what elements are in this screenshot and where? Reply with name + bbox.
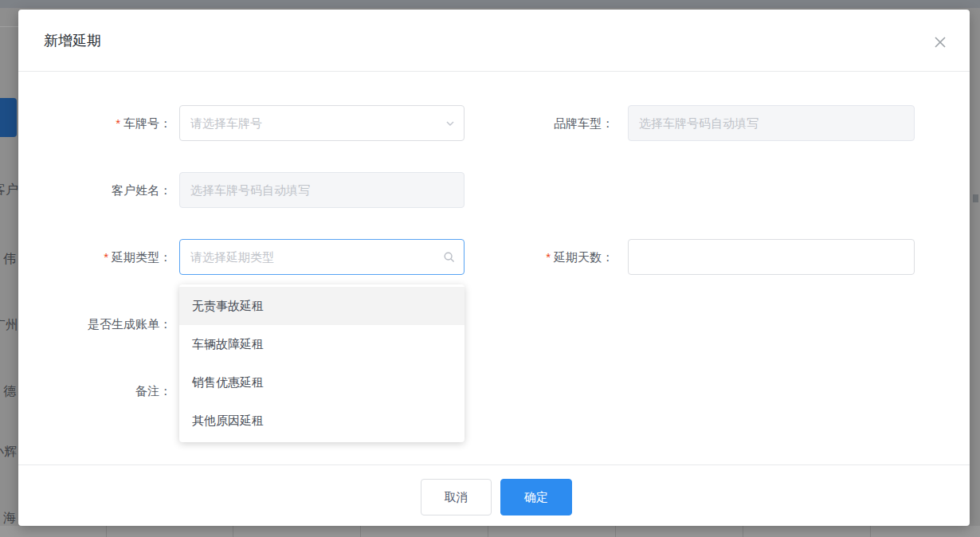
background-column-line [488,526,488,537]
required-asterisk: * [546,250,551,264]
background-column-line [615,526,616,537]
customer-label: 客户姓名： [18,172,171,208]
brand-input-field [629,106,914,140]
modal-title: 新增延期 [44,10,101,72]
cancel-button[interactable]: 取消 [421,479,492,515]
remark-label: 备注： [18,373,171,409]
dropdown-option[interactable]: 无责事故延租 [179,287,465,325]
modal-footer: 取消 确定 [18,464,970,526]
plate-select[interactable] [179,105,465,141]
delay-days-label: *延期天数： [480,239,613,275]
delay-type-select-input[interactable] [180,240,464,274]
customer-input-field [180,173,464,207]
delay-days-input-field[interactable] [629,240,914,274]
background-table-bottom-row [0,526,980,537]
modal-header: 新增延期 [18,10,970,72]
dropdown-option[interactable]: 车辆故障延租 [179,325,465,363]
form-row-type-days: *延期类型： *延期天数： [18,239,970,275]
add-extension-modal: 新增延期 *车牌号： 品牌车型： 客户姓名： [18,10,970,526]
form-row-remark: 备注： [18,373,970,409]
delay-type-select[interactable] [179,239,465,275]
brand-input [628,105,915,141]
dropdown-option[interactable]: 其他原因延租 [179,402,465,440]
plate-select-input[interactable] [180,106,464,140]
background-partial-text: 伟 [3,251,16,268]
background-partial-text: 海 [3,510,16,527]
background-column-line [233,526,233,537]
background-partial-text: 客户 [0,182,18,198]
background-column-line [360,526,361,537]
background-divider [0,26,18,27]
background-selected-menu-item [0,98,17,137]
generate-bill-label: 是否生成账单： [18,306,171,342]
delay-type-dropdown: 无责事故延租 车辆故障延租 销售优惠延租 其他原因延租 [179,284,465,442]
background-partial-text: 广州 [0,317,18,334]
required-asterisk: * [116,116,120,130]
form-row-customer: 客户姓名： [18,172,970,208]
background-column-line [870,526,871,537]
form-row-generate-bill: 是否生成账单： [18,306,970,342]
confirm-button[interactable]: 确定 [500,479,572,515]
plate-label: *车牌号： [18,105,171,141]
brand-label: 品牌车型： [480,105,613,141]
delay-type-label: *延期类型： [18,239,171,275]
background-partial-text: 德 [3,383,16,400]
background-scrollbar-mark [973,194,978,202]
delay-days-input[interactable] [628,239,915,275]
background-partial-text: 小辉 [0,444,17,461]
close-icon[interactable] [931,33,949,51]
form-row-plate-brand: *车牌号： 品牌车型： [18,105,970,141]
customer-input [179,172,465,208]
required-asterisk: * [104,250,108,264]
background-column-line [743,526,743,537]
background-topbar [0,0,980,8]
background-column-line [106,526,107,537]
dropdown-option[interactable]: 销售优惠延租 [179,363,465,402]
